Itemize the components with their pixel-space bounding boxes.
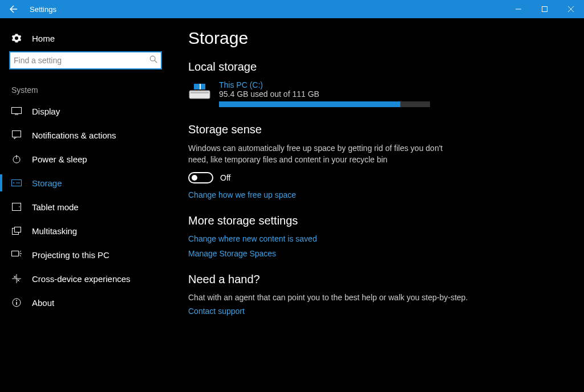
nav-label: Display [32,107,60,116]
svg-rect-16 [194,84,200,89]
nav-power-sleep[interactable]: Power & sleep [0,147,171,171]
change-free-up-link[interactable]: Change how we free up space [188,190,567,199]
nav-storage[interactable]: Storage [0,171,171,195]
toggle-knob [192,175,197,181]
drive-row[interactable]: This PC (C:) 95.4 GB used out of 111 GB [188,80,567,107]
page-title: Storage [188,28,567,48]
storage-sense-heading: Storage sense [188,123,567,136]
nav-label: Storage [32,178,62,188]
svg-rect-2 [12,108,22,114]
close-button[interactable] [558,0,584,18]
help-section: Need a hand? Chat with an agent that can… [188,273,567,316]
storage-sense-section: Storage sense Windows can automatically … [188,123,567,199]
nav-group-label: System [0,80,171,99]
home-nav[interactable]: Home [0,28,171,51]
manage-storage-spaces-link[interactable]: Manage Storage Spaces [188,249,567,258]
main-panel: Storage Local storage This PC (C:) 95.4 … [171,18,584,392]
tablet-icon [11,202,22,212]
multitasking-icon [11,226,22,236]
notifications-icon [11,130,22,140]
more-settings-section: More storage settings Change where new c… [188,214,567,258]
svg-rect-15 [190,92,209,93]
close-icon [568,6,574,12]
svg-point-13 [16,300,17,301]
nav-label: About [32,298,54,308]
svg-rect-17 [200,84,201,89]
search-input[interactable] [9,51,162,70]
gear-icon [11,33,22,43]
window-title: Settings [27,5,56,14]
nav-display[interactable]: Display [0,99,171,123]
nav-label: Cross-device experiences [32,274,131,284]
more-settings-heading: More storage settings [188,214,567,227]
minimize-button[interactable] [505,0,532,18]
svg-point-8 [19,206,20,207]
titlebar: Settings [0,0,584,18]
drive-name: This PC (C:) [219,80,430,89]
svg-rect-0 [542,7,548,12]
local-storage-section: Local storage This PC (C:) 95.4 GB used … [188,60,567,107]
drive-info: This PC (C:) 95.4 GB used out of 111 GB [219,80,430,107]
search-wrapper [9,51,162,70]
svg-point-6 [13,182,14,183]
nav-label: Projecting to this PC [32,250,110,260]
help-heading: Need a hand? [188,273,567,286]
drive-icon [188,80,211,101]
maximize-icon [542,6,548,12]
cross-device-icon [11,273,22,284]
drive-usage-bar [219,101,430,107]
back-button[interactable] [0,0,27,18]
display-icon [11,106,22,116]
toggle-track [188,172,213,183]
drive-usage-fill [219,101,400,107]
svg-point-1 [150,56,155,61]
contact-support-link[interactable]: Contact support [188,307,567,316]
nav-notifications[interactable]: Notifications & actions [0,123,171,147]
sidebar: Home System Display Notifications & acti… [0,18,171,392]
svg-rect-11 [12,251,19,256]
nav-multitasking[interactable]: Multitasking [0,219,171,243]
svg-rect-3 [13,131,21,137]
toggle-state-label: Off [220,173,230,182]
nav-label: Multitasking [32,226,77,236]
nav-tablet-mode[interactable]: Tablet mode [0,195,171,219]
help-desc: Chat with an agent that can point you to… [188,293,567,302]
nav-label: Notifications & actions [32,130,116,140]
local-storage-heading: Local storage [188,60,567,74]
change-save-location-link[interactable]: Change where new content is saved [188,234,567,243]
svg-rect-10 [15,227,21,232]
svg-rect-18 [201,84,205,89]
drive-usage-text: 95.4 GB used out of 111 GB [219,89,430,99]
back-arrow-icon [9,5,18,14]
home-label: Home [32,34,55,43]
nav-about[interactable]: About [0,291,171,315]
nav-label: Power & sleep [32,154,87,164]
about-icon [11,297,22,308]
storage-sense-desc: Windows can automatically free up space … [188,143,451,165]
nav-projecting[interactable]: Projecting to this PC [0,243,171,267]
maximize-button[interactable] [532,0,558,18]
storage-sense-toggle[interactable]: Off [188,172,567,183]
minimize-icon [516,6,521,12]
nav-cross-device[interactable]: Cross-device experiences [0,267,171,291]
search-icon [149,55,157,63]
storage-icon [11,178,22,188]
power-icon [11,154,22,164]
projecting-icon [11,250,22,260]
nav-label: Tablet mode [32,202,79,212]
